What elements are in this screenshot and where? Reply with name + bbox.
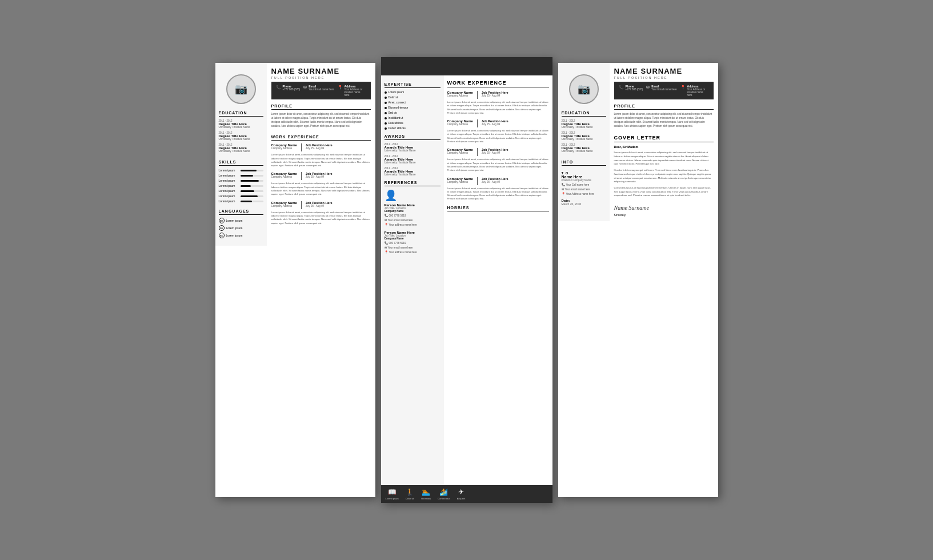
info-pos: Position / Company Name [562, 179, 606, 182]
company-addr: Company Address [271, 147, 297, 150]
cover-signature: Name Surname [614, 205, 714, 211]
hobbies-bar: 📖 Lorem ipsum 🚶 Dolor sit 🏊 Venenatis 🏄 … [381, 485, 552, 503]
cover-para-2: Hendrerit dolor magna eget est lorem. Pr… [614, 169, 714, 184]
education-list-left: 2011 - 2012 Degree Title Here Universeit… [219, 119, 263, 155]
email-value-right: Your Email name here [651, 88, 676, 91]
swim-icon: 🏊 [422, 488, 430, 496]
edu-item: 2011 - 2012 Degree Title Here Universeit… [562, 143, 606, 153]
job-title: Job Position Here [482, 177, 508, 181]
hobby-bar-item: ✈ Aliquam [457, 488, 465, 500]
position-right: FULL POSITION HERE [614, 76, 714, 79]
name-block-right: NAME SURNAME FULL POSITION HERE [614, 63, 714, 82]
skill-item: Lorem ipsum [219, 199, 263, 203]
awards-list: 2011 - 2012 Awards Title Here Universeit… [385, 143, 441, 176]
edu-item: 2011 - 2012 Degree Title Here Universeit… [562, 131, 606, 141]
mid-right-panel: WORK EXPERIENCE Company Name Company Add… [444, 75, 552, 485]
sidebar-right-resume: 📷 EDUCATION 2011 - 2012 Degree Title Her… [558, 63, 610, 221]
skill-label: Lorem ipsum [219, 184, 239, 187]
hobby-bar-item: 🏊 Venenatis [421, 488, 431, 500]
email-value: Your Email name here [309, 88, 334, 91]
work-exp-title-mid: WORK EXPERIENCE [447, 80, 549, 87]
photo-circle-right: 📷 [569, 74, 599, 104]
email-icon: ✉ [303, 85, 307, 90]
book-icon: 📖 [388, 488, 397, 496]
phone-value-right: +777 888 (876) [626, 88, 643, 91]
resume-left: 📷 EDUCATION 2011 - 2012 Degree Title Her… [215, 63, 375, 497]
email-contact-right: ✉ Email Your Email name here [646, 85, 676, 91]
lang-label: Lorem ipsum [226, 219, 243, 222]
lang-circle: 65 [219, 233, 225, 238]
hobby-label: Venenatis [421, 497, 431, 500]
edu-inst: Universeity / Institute Name [219, 138, 263, 141]
skill-label: Lorem ipsum [219, 179, 239, 182]
skills-title-left: SKILLS [219, 160, 263, 166]
edu-item: 2011 - 2012 Degree Title Here Universeit… [219, 131, 263, 141]
skill-label: Lorem ipsum [219, 174, 239, 177]
job-dates: July 25 - Aug 04 [482, 181, 508, 183]
work-desc: Lorem ipsum dolor sit amet, consectetur … [447, 158, 549, 172]
hobbies-title: HOBBIES [447, 206, 549, 211]
name-right: NAME SURNAME [614, 67, 714, 75]
address-value-right: Your Address or location name here [687, 88, 709, 97]
education-title-left: EDUCATION [219, 111, 263, 117]
position-left: FULL POSITION HERE [271, 76, 371, 79]
skill-item: Lorem ipsum [219, 169, 263, 172]
ref-item: Person Name Here Job Title / Location Co… [385, 231, 441, 254]
skill-item: Lorem ipsum [219, 194, 263, 198]
references-title: REFERENCES [385, 181, 441, 186]
expertise-item: Sed do [385, 111, 441, 114]
company-addr: Company Address [271, 175, 297, 178]
phone-contact-right: 📞 Phone +777 888 (876) [619, 85, 643, 91]
work-item: Company Name Company Address Job Positio… [447, 119, 549, 143]
job-title: Job Position Here [306, 201, 333, 205]
resume-left-body: 📷 EDUCATION 2011 - 2012 Degree Title Her… [215, 63, 375, 246]
company-name: Company Name [271, 201, 297, 205]
work-desc: Lorem ipsum dolor sit amet, consectetur … [271, 211, 371, 225]
lang-circle: 80 [219, 218, 225, 223]
address-contact: 📍 Address Your Address or location name … [338, 85, 366, 97]
lang-circle: 90 [219, 225, 225, 231]
cover-letter-title: COVER LETTER [614, 135, 714, 142]
resume-right: 📷 EDUCATION 2011 - 2012 Degree Title Her… [558, 63, 718, 497]
lang-label: Lorem ipsum [226, 226, 243, 230]
mid-header [381, 57, 552, 75]
resume-middle: EXPERTISE Lorem ipsum Dolor sit Amet, co… [381, 57, 552, 503]
work-desc: Lorem ipsum dolor sit amet, consectetur … [447, 187, 549, 201]
hobby-label: Dolor sit [406, 497, 414, 500]
phone-value: +777 888 (876) [283, 88, 301, 91]
address-icon: 📍 [338, 85, 343, 90]
mid-body: EXPERTISE Lorem ipsum Dolor sit Amet, co… [381, 75, 552, 485]
expertise-title: EXPERTISE [385, 82, 441, 88]
skill-label: Lorem ipsum [219, 189, 239, 193]
walk-icon: 🚶 [406, 488, 414, 496]
company-addr: Company Address [447, 94, 473, 97]
expertise-item: Incididunt ut [385, 117, 441, 119]
work-item: Company Name Company Address Job Positio… [447, 91, 549, 115]
address-value: Your Address or location name here [345, 88, 366, 97]
expertise-item: Dolor sit [385, 96, 441, 99]
skill-item: Lorem ipsum [219, 189, 263, 193]
date-section: Date: March 20, 2030 [562, 199, 606, 206]
awards-title: AWARDS [385, 134, 441, 140]
photo-circle-left: 📷 [226, 74, 256, 104]
name-left: NAME SURNAME [271, 67, 371, 75]
profile-title-right: PROFILE [614, 104, 714, 110]
plane-icon: ✈ [458, 488, 464, 496]
edu-item: 2011 - 2012 Degree Title Here Universeit… [219, 143, 263, 153]
work-desc: Lorem ipsum dolor sit amet, consectetur … [447, 129, 549, 143]
email-contact: ✉ Email Your Email name here [303, 85, 334, 91]
company-addr: Company Address [447, 151, 473, 154]
phone-icon: 📞 [276, 85, 281, 90]
address-contact-right: 📍 Address Your Address or location name … [680, 85, 709, 97]
main-right-left-resume: NAME SURNAME FULL POSITION HERE 📞 Phone … [267, 63, 375, 246]
expertise-item: Donec ultrices [385, 127, 441, 130]
name-block-left: NAME SURNAME FULL POSITION HERE [271, 63, 371, 82]
work-item: Company Name Company Address Job Positio… [271, 143, 371, 167]
info-title: INFO [562, 160, 606, 166]
sidebar-left: 📷 EDUCATION 2011 - 2012 Degree Title Her… [215, 63, 267, 246]
award-item: 2011 - 2012 Awards Title Here Universeit… [385, 155, 441, 164]
expertise-list: Lorem ipsum Dolor sit Amet, consect Eius… [385, 91, 441, 130]
job-dates: July 25 - Aug 04 [306, 205, 333, 207]
date-value: March 20, 2030 [562, 202, 606, 206]
languages-list: 80 Lorem ipsum 90 Lorem ipsum 65 Lorem i… [219, 218, 263, 240]
